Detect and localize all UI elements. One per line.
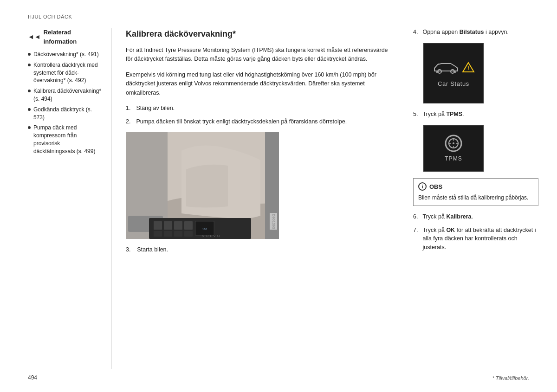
step-text: Pumpa däcken till önskat tryck enligt dä…: [136, 117, 347, 126]
step-4-text: Öppna appen Bilstatus i appvyn.: [422, 28, 509, 37]
car-photo: VOLVO 160 D901393: [126, 132, 279, 239]
step3-text: Starta bilen.: [137, 246, 168, 253]
obs-box: i OBS Bilen måste stå stilla då kalibrer…: [413, 178, 538, 206]
list-item: Pumpa däck med kompressorn från provisor…: [28, 124, 102, 155]
intro-text: För att Indirect Tyre Pressure Monitorin…: [126, 46, 390, 64]
step3: 3. Starta bilen.: [126, 245, 390, 254]
list-item: Godkända däcktryck (s. 573): [28, 106, 102, 122]
step-6-num: 6.: [413, 212, 418, 221]
svg-rect-11: [164, 231, 172, 237]
bullet-icon: [28, 53, 31, 56]
info-circle-icon: i: [418, 182, 427, 191]
step-4-num: 4.: [413, 28, 418, 37]
svg-rect-12: [174, 231, 182, 237]
step-4: 4. Öppna appen Bilstatus i appvyn.: [413, 28, 538, 37]
svg-rect-8: [174, 221, 182, 230]
list-item: Däckövervakning* (s. 491): [28, 51, 102, 58]
list-item: 1. Stäng av bilen.: [126, 104, 390, 113]
step-number: 1.: [126, 104, 130, 113]
step-5-text: Tryck på TPMS.: [422, 110, 464, 119]
obs-text: Bilen måste stå stilla då kalibrering på…: [418, 194, 533, 202]
secondary-text: Exempelvis vid körning med tung last ell…: [126, 71, 390, 97]
related-info-list: Däckövervakning* (s. 491) Kontrollera dä…: [28, 51, 102, 155]
obs-header: i OBS: [418, 182, 533, 192]
main-title: Kalibrera däckövervakning*: [126, 28, 390, 40]
svg-text:!: !: [467, 65, 469, 71]
step-7-num: 7.: [413, 226, 418, 235]
step-5: 5. Tryck på TPMS.: [413, 110, 538, 119]
svg-rect-13: [184, 231, 193, 237]
bullet-icon: [28, 126, 31, 129]
svg-rect-10: [154, 231, 162, 237]
right-column: 4. Öppna appen Bilstatus i appvyn. !: [404, 28, 557, 369]
content-area: ◄◄ Relaterad information Däckövervakning…: [0, 28, 557, 369]
left-column: ◄◄ Relaterad information Däckövervakning…: [0, 28, 111, 369]
related-info-title: Relaterad information: [44, 28, 102, 46]
bullet-icon: [28, 90, 31, 92]
list-item-text: Pumpa däck med kompressorn från provisor…: [33, 124, 102, 155]
car-interior-image: VOLVO 160 D901393: [126, 132, 279, 239]
list-item-text: Däckövervakning* (s. 491): [33, 51, 99, 58]
list-item: Kalibrera däckövervakning* (s. 494): [28, 87, 102, 103]
middle-column: Kalibrera däckövervakning* För att Indir…: [111, 28, 404, 369]
tpms-icon-box: TPMS: [423, 125, 484, 172]
step-6: 6. Tryck på Kalibrera.: [413, 212, 538, 221]
list-item: 2. Pumpa däcken till önskat tryck enligt…: [126, 117, 390, 126]
svg-rect-6: [154, 221, 162, 230]
steps-list: 1. Stäng av bilen. 2. Pumpa däcken till …: [126, 104, 390, 126]
warning-triangle-icon: !: [462, 62, 475, 73]
svg-rect-7: [164, 221, 172, 230]
list-item: Kontrollera däcktryck med systemet för d…: [28, 61, 102, 84]
double-arrow-icon: ◄◄: [28, 32, 41, 42]
step3-num: 3.: [126, 246, 130, 253]
list-item-text: Godkända däcktryck (s. 573): [33, 106, 102, 122]
step-7: 7. Tryck på OK för att bekräfta att däck…: [413, 226, 538, 252]
obs-title: OBS: [429, 182, 442, 192]
car-interior-svg: VOLVO 160: [126, 132, 279, 239]
svg-point-28: [453, 142, 454, 144]
tpms-label: TPMS: [445, 154, 462, 163]
list-item-text: Kalibrera däckövervakning* (s. 494): [33, 87, 102, 103]
car-status-label: Car Status: [438, 79, 469, 89]
bullet-icon: [28, 108, 31, 111]
car-status-app-icon: ! Car Status: [423, 43, 484, 103]
related-info-header: ◄◄ Relaterad information: [28, 28, 102, 46]
tpms-wheel-icon: [444, 134, 463, 153]
car-outline-icon: [432, 58, 460, 77]
svg-rect-9: [184, 221, 193, 230]
step-text: Stäng av bilen.: [136, 104, 175, 113]
list-item-text: Kontrollera däcktryck med systemet för d…: [33, 61, 102, 84]
car-status-icon-area: !: [432, 58, 475, 77]
image-code: D901393: [270, 213, 277, 230]
footnote: * Tillval/tillbehör.: [492, 374, 529, 382]
step-7-text: Tryck på OK för att bekräfta att däcktry…: [422, 226, 538, 252]
bullet-icon: [28, 64, 31, 66]
step-number: 2.: [126, 117, 130, 126]
step-5-num: 5.: [413, 110, 418, 119]
step-6-text: Tryck på Kalibrera.: [422, 212, 473, 221]
svg-text:160: 160: [202, 228, 207, 231]
page-header: HJUL OCH DÄCK: [28, 13, 72, 21]
page-number: 494: [28, 373, 37, 382]
